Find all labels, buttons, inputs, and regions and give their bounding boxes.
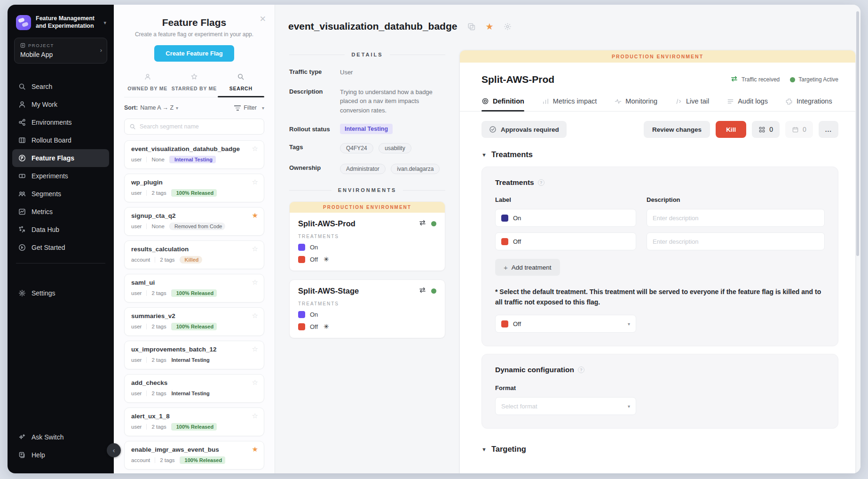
brand[interactable]: Feature Management and Experimentation ▾ [8,15,114,30]
star-icon[interactable]: ★ [252,211,258,220]
star-icon[interactable]: ☆ [252,178,258,186]
calendar-icon [792,126,799,133]
sort-dropdown[interactable]: Name A → Z [140,104,174,111]
owner-pill[interactable]: Administrator [340,164,386,174]
treatment-label-field[interactable] [495,232,636,250]
filter-dropdown[interactable]: Filter ▾ [234,104,264,112]
sidebar-item-get-started[interactable]: Get Started [12,239,109,256]
environment-card-stage[interactable]: Split-AWS-Stage TREATMENTS On Off✳ [289,279,445,338]
environment-tabs: Definition Metrics impact Monitoring Liv… [460,85,855,112]
sidebar-item-rollout-board[interactable]: Rollout Board [12,131,109,149]
sidebar-item-my-work[interactable]: My Work [12,96,109,113]
dynamic-configuration-card: Dynamic configuration ? Format Select fo… [481,354,838,429]
help-circle-icon[interactable]: ? [538,179,544,186]
sidebar-item-metrics[interactable]: Metrics [12,203,109,221]
sidebar-item-search[interactable]: Search [12,78,109,96]
sidebar-item-feature-flags[interactable]: Feature Flags [12,149,109,167]
chevron-down-icon: ▼ [481,447,487,452]
sidebar-item-help[interactable]: Help [12,446,109,464]
review-changes-button[interactable]: Review changes [644,121,710,138]
format-select[interactable]: Select format ▾ [495,397,636,415]
sidebar-item-experiments[interactable]: Experiments [12,167,109,185]
environment-card-prod[interactable]: PRODUCTION ENVIRONMENT Split-AWS-Prod TR… [289,201,445,271]
flag-card[interactable]: results_calculation account2 tagsKilled … [124,240,264,269]
star-icon[interactable]: ☆ [252,245,258,253]
flags-tabs: OWNED BY ME STARRED BY ME SEARCH [124,70,264,97]
flag-tags: 2 tags [146,190,166,196]
vertical-scrollbar[interactable] [856,11,859,256]
flag-card[interactable]: signup_cta_q2 userNoneRemoved from Code … [124,207,264,236]
treatment-description-input[interactable] [653,215,819,222]
tab-search[interactable]: SEARCH [218,70,264,97]
chevron-down-icon: ▾ [103,20,106,26]
add-treatment-button[interactable]: + Add treatment [495,259,560,276]
tab-label: Definition [493,97,524,105]
treatment-description-field[interactable] [647,209,825,227]
project-label-row: PROJECT [20,43,101,48]
tab-integrations[interactable]: Integrations [786,97,832,111]
sidebar-item-data-hub[interactable]: Data Hub [12,221,109,239]
tab-definition[interactable]: Definition [481,97,524,111]
tag-pill[interactable]: Q4FY24 [340,143,373,153]
close-icon[interactable]: ✕ [260,14,266,24]
treatment-label-field[interactable] [495,209,636,227]
sidebar-item-settings[interactable]: Settings [12,284,109,302]
gear-icon[interactable] [503,22,512,31]
treatment-off-swatch [298,256,305,263]
targeting-section-header[interactable]: ▼ Targeting [460,429,855,454]
flag-card[interactable]: ux_improvements_batch_12 user2 tagsInter… [124,341,264,369]
create-feature-flag-button[interactable]: Create Feature Flag [154,45,234,62]
search-input[interactable] [140,123,259,130]
code-slash-icon [675,98,682,105]
treatment-label-input[interactable] [513,215,630,222]
tab-label: Metrics impact [553,97,597,105]
tab-label: Audit logs [738,97,768,105]
flag-card[interactable]: enable_imgr_aws_event_bus account2 tags1… [124,441,264,470]
more-options-button[interactable]: ... [819,121,838,138]
tab-label: STARRED BY ME [172,86,217,91]
sidebar-collapse-handle[interactable]: ‹ [107,443,121,457]
tab-starred-by-me[interactable]: STARRED BY ME [171,70,217,97]
tag-pill[interactable]: usability [379,143,411,153]
star-icon[interactable]: ★ [252,445,258,454]
copy-icon[interactable] [466,22,476,31]
tab-audit-logs[interactable]: Audit logs [727,97,768,111]
tab-owned-by-me[interactable]: OWNED BY ME [124,70,171,97]
treatment-off-swatch [501,320,508,327]
help-circle-icon[interactable]: ? [578,367,584,373]
tab-metrics-impact[interactable]: Metrics impact [542,97,597,111]
sidebar-item-environments[interactable]: Environments [12,113,109,131]
star-icon[interactable]: ☆ [252,144,258,153]
star-icon[interactable]: ★ [485,21,493,32]
flag-card[interactable]: wp_plugin user2 tags100% Released ☆ [124,174,264,202]
project-switcher[interactable]: PROJECT Mobile App › [14,38,107,64]
star-icon[interactable]: ☆ [252,378,258,387]
treatment-description-input[interactable] [653,238,819,245]
flag-card[interactable]: alert_ux_1_8 user2 tags100% Released ☆ [124,407,264,436]
default-treatment-select[interactable]: Off ▾ [495,315,636,333]
treatment-label-input[interactable] [513,238,630,245]
flag-card[interactable]: add_checks user2 tagsInternal Testing ☆ [124,374,264,403]
flag-card[interactable]: summaries_v2 user2 tags100% Released ☆ [124,307,264,336]
treatment-description-field[interactable] [647,232,825,250]
star-icon[interactable]: ☆ [252,278,258,287]
check-circle-icon [489,126,497,133]
star-icon[interactable]: ☆ [252,345,258,353]
sidebar-item-segments[interactable]: Segments [12,185,109,203]
rollout-count-button[interactable]: 0 [752,121,780,138]
schedule-count-button[interactable]: 0 [785,121,813,138]
approvals-required-pill[interactable]: Approvals required [481,121,567,138]
star-icon[interactable]: ☆ [252,311,258,320]
tab-live-tail[interactable]: Live tail [675,97,709,111]
star-icon[interactable]: ☆ [252,412,258,420]
sidebar-item-ask-switch[interactable]: Ask Switch [12,428,109,446]
chevron-down-icon: ▾ [628,321,630,327]
flag-card[interactable]: event_visualization_datahub_badge userNo… [124,140,264,169]
kill-button[interactable]: Kill [716,121,746,138]
tab-monitoring[interactable]: Monitoring [615,97,657,111]
treatment-on-label: On [310,311,318,318]
owner-pill[interactable]: ivan.delagarza [391,164,440,174]
treatments-section-header[interactable]: ▼ Treatments [460,138,855,159]
flag-card[interactable]: saml_ui user2 tags100% Released ☆ [124,274,264,303]
default-treatment-value: Off [513,320,621,327]
